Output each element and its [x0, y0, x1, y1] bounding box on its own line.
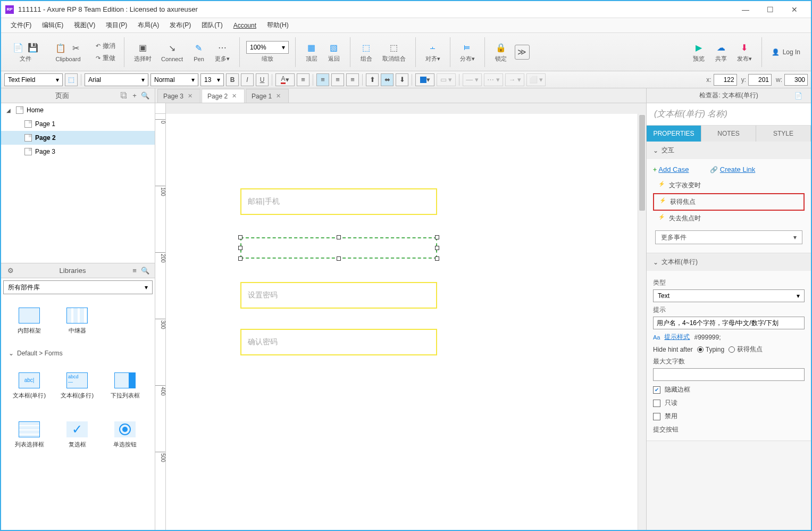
- front-button[interactable]: ▦顶层: [302, 40, 321, 64]
- resize-handle[interactable]: [238, 256, 242, 261]
- canvas-textfield-selected[interactable]: [240, 237, 437, 259]
- align-button[interactable]: ⫠对齐▾: [422, 40, 443, 64]
- resize-handle[interactable]: [337, 256, 341, 261]
- zoom-select[interactable]: 100%▾: [246, 41, 289, 54]
- resize-handle[interactable]: [435, 256, 439, 261]
- tree-page2[interactable]: Page 2: [1, 131, 155, 145]
- lib-iframe[interactable]: 内部框架: [5, 301, 53, 341]
- menu-team[interactable]: 团队(T): [196, 19, 228, 32]
- underline-button[interactable]: U: [256, 73, 269, 86]
- font-weight-select[interactable]: Normal▾: [150, 73, 198, 86]
- page-props-icon[interactable]: 📄: [794, 92, 802, 99]
- canvas-textfield-confirm[interactable]: 确认密码: [240, 329, 437, 355]
- italic-button[interactable]: I: [241, 73, 254, 86]
- menu-edit[interactable]: 编辑(E): [37, 19, 69, 32]
- menu-view[interactable]: 视图(V): [69, 19, 101, 32]
- minimize-button[interactable]: —: [733, 1, 758, 18]
- hint-style-link[interactable]: 提示样式: [664, 333, 690, 342]
- valign-bottom-button[interactable]: ⬇: [396, 73, 408, 86]
- tab-page2[interactable]: Page 2✕: [202, 89, 245, 103]
- align-center-button[interactable]: ≡: [331, 73, 344, 86]
- canvas-textfield-email[interactable]: 邮箱|手机: [240, 188, 437, 215]
- more-tool[interactable]: ⋯更多▾: [212, 40, 233, 64]
- lib-checkbox[interactable]: ✓复选框: [53, 414, 101, 455]
- style-painter[interactable]: ⬚: [65, 73, 78, 86]
- redo-button[interactable]: ↷ 重做: [94, 53, 118, 63]
- w-input[interactable]: [784, 74, 808, 86]
- undo-button[interactable]: ↶ 撤消: [94, 41, 118, 51]
- more-events-select[interactable]: 更多事件▾: [655, 230, 802, 244]
- lock-button[interactable]: 🔒锁定: [491, 40, 510, 64]
- close-icon[interactable]: ✕: [276, 93, 281, 99]
- font-family-select[interactable]: Arial▾: [85, 73, 148, 86]
- toolbar-overflow[interactable]: ≫: [515, 45, 530, 60]
- font-size-select[interactable]: 13▾: [200, 73, 224, 86]
- menu-arrange[interactable]: 布局(A): [132, 19, 164, 32]
- menu-help[interactable]: 帮助(H): [262, 19, 294, 32]
- widget-name-input[interactable]: (文本框(单行) 名称): [647, 103, 811, 126]
- tree-page3[interactable]: Page 3: [1, 145, 155, 159]
- readonly-checkbox[interactable]: 只读: [653, 399, 805, 408]
- back-button[interactable]: ▧返回: [324, 40, 344, 64]
- line-style-button[interactable]: ⋯ ▾: [484, 73, 503, 86]
- lib-category-forms[interactable]: ⌄Default > Forms: [1, 345, 155, 361]
- preview-button[interactable]: ▶预览: [689, 40, 708, 64]
- lib-textfield[interactable]: abc|文本框(单行): [5, 366, 53, 406]
- file-group[interactable]: 📄💾 文件: [9, 40, 43, 64]
- canvas-scrollbar-v[interactable]: [638, 114, 646, 530]
- fill-color-button[interactable]: ▾: [415, 73, 434, 86]
- arrow-button[interactable]: → ▾: [505, 73, 524, 86]
- resize-handle[interactable]: [435, 246, 439, 250]
- tab-style[interactable]: STYLE: [756, 126, 811, 142]
- menu-publish[interactable]: 发布(P): [164, 19, 196, 32]
- tab-notes[interactable]: NOTES: [701, 126, 756, 142]
- share-button[interactable]: ☁共享: [711, 40, 731, 64]
- add-page-icon[interactable]: +: [129, 90, 140, 101]
- lib-search-icon[interactable]: 🔍: [140, 266, 150, 276]
- corner-button[interactable]: ⬜ ▾: [526, 73, 546, 86]
- pen-tool[interactable]: ✎Pen: [189, 41, 208, 63]
- connect-tool[interactable]: ↘Connect: [158, 41, 186, 63]
- add-case-link[interactable]: + Add Case: [653, 165, 689, 173]
- event-lost-focus[interactable]: 失去焦点时: [653, 211, 805, 226]
- tree-page1[interactable]: Page 1: [1, 117, 155, 131]
- valign-top-button[interactable]: ⬆: [366, 73, 379, 86]
- maximize-button[interactable]: ☐: [758, 1, 782, 18]
- lib-menu-icon[interactable]: ⚙: [5, 266, 16, 276]
- resize-handle[interactable]: [435, 235, 439, 239]
- bullet-button[interactable]: ≡: [297, 73, 309, 86]
- group-button[interactable]: ⬚组合: [357, 40, 376, 64]
- create-link-link[interactable]: 🔗 Create Link: [710, 165, 755, 173]
- event-text-change[interactable]: 文字改变时: [653, 178, 805, 193]
- lib-listbox[interactable]: 列表选择框: [5, 414, 53, 455]
- menu-project[interactable]: 项目(P): [101, 19, 132, 32]
- lib-droplist[interactable]: 下拉列表框: [101, 366, 149, 406]
- event-got-focus[interactable]: 获得焦点: [653, 193, 805, 211]
- canvas-textfield-password[interactable]: 设置密码: [240, 282, 437, 309]
- clipboard-group[interactable]: 📋✂ Clipboard: [51, 41, 85, 63]
- hint-input[interactable]: [653, 317, 805, 329]
- hide-hint-focus[interactable]: 获得焦点: [729, 345, 763, 354]
- font-color-button[interactable]: A ▾: [275, 73, 295, 86]
- menu-account[interactable]: Account: [228, 20, 262, 31]
- type-select[interactable]: Text▾: [653, 289, 805, 302]
- align-right-button[interactable]: ≡: [346, 73, 359, 86]
- login-button[interactable]: 👤Log In: [764, 48, 808, 56]
- add-folder-icon[interactable]: ⿻: [119, 90, 129, 101]
- canvas[interactable]: 邮箱|手机 设置密码 确认密码: [166, 114, 646, 530]
- lib-repeater[interactable]: 中继器: [53, 301, 101, 341]
- select-tool[interactable]: ▣选择时: [131, 40, 155, 64]
- menu-file[interactable]: 文件(F): [5, 19, 37, 32]
- lib-list-icon[interactable]: ≡: [129, 266, 140, 276]
- widget-type-select[interactable]: Text Field▾: [4, 73, 63, 86]
- line-color-button[interactable]: ▭ ▾: [437, 73, 456, 86]
- resize-handle[interactable]: [238, 235, 242, 239]
- lib-radio[interactable]: 单选按钮: [101, 414, 149, 455]
- lib-textarea[interactable]: abcd—文本框(多行): [53, 366, 101, 406]
- section-interactions[interactable]: ⌄交互: [647, 142, 811, 159]
- library-selector[interactable]: 所有部件库▾: [3, 280, 153, 294]
- hide-hint-typing[interactable]: Typing: [697, 346, 724, 353]
- search-icon[interactable]: 🔍: [140, 90, 150, 101]
- distribute-button[interactable]: ⫢分布▾: [457, 40, 478, 64]
- publish-button[interactable]: ⬇发布▾: [734, 40, 755, 64]
